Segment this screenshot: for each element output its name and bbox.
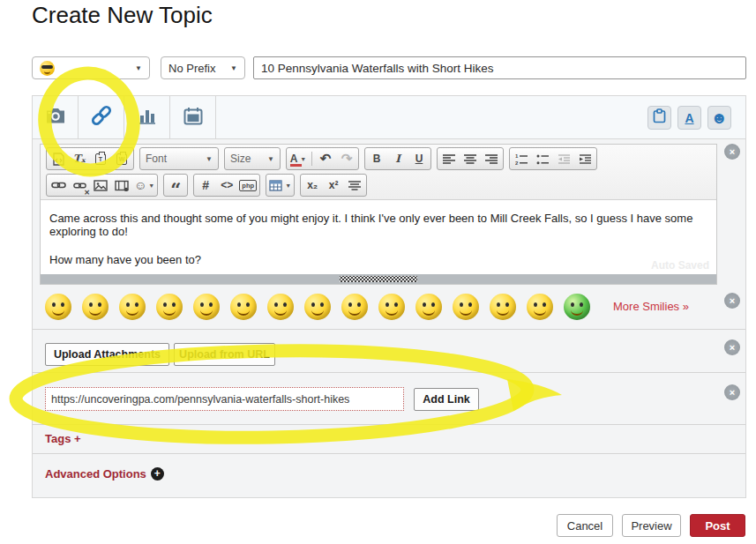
horizontal-rule-button[interactable] bbox=[344, 175, 365, 196]
paste-word-icon: W bbox=[116, 153, 127, 165]
smiley-item[interactable] bbox=[453, 294, 479, 320]
smiley-icon: ☻ bbox=[711, 109, 729, 126]
clipboard-icon bbox=[653, 108, 666, 127]
table-button[interactable]: ▼ bbox=[267, 175, 293, 196]
smilies-row: More Smilies » bbox=[33, 284, 745, 329]
resize-handle-icon bbox=[340, 276, 417, 282]
editor-toolbar: Tₓ T W Font ▼ bbox=[41, 145, 716, 200]
section-divider bbox=[33, 372, 745, 373]
close-editor-button[interactable]: × bbox=[724, 144, 740, 160]
link-tab[interactable] bbox=[79, 96, 124, 138]
link-icon bbox=[88, 104, 115, 130]
photo-tab[interactable] bbox=[33, 96, 79, 138]
bar-chart-icon bbox=[138, 108, 156, 128]
indent-button[interactable] bbox=[574, 149, 595, 169]
insert-image-button[interactable] bbox=[90, 175, 111, 196]
poll-tab[interactable] bbox=[124, 96, 170, 138]
redo-button: ↷ bbox=[336, 149, 357, 169]
smiley-item[interactable] bbox=[230, 294, 257, 320]
chevron-down-icon: ▼ bbox=[148, 183, 154, 189]
bold-button[interactable]: B bbox=[366, 149, 387, 169]
code-button[interactable]: <> bbox=[216, 175, 237, 196]
svg-text:1: 1 bbox=[515, 153, 519, 159]
composer-panel: A ☻ Tₓ T bbox=[32, 95, 746, 498]
smiley-item[interactable] bbox=[490, 294, 516, 320]
smiley-item[interactable] bbox=[304, 294, 331, 320]
topic-icon-select[interactable]: ▼ bbox=[32, 56, 150, 79]
font-color-button[interactable]: A bbox=[677, 106, 701, 130]
underline-button[interactable]: U bbox=[408, 149, 430, 169]
smiley-item[interactable] bbox=[341, 294, 368, 320]
prefix-select[interactable]: No Prefix ▼ bbox=[161, 56, 245, 79]
align-left-button[interactable] bbox=[438, 149, 460, 169]
numbered-list-button[interactable]: 12 bbox=[511, 149, 532, 169]
smiley-item[interactable] bbox=[193, 294, 220, 320]
toolbar-row-2: ✕ ☺ ▼ “ bbox=[43, 172, 714, 198]
smilies-toggle-button[interactable]: ☻ bbox=[707, 106, 731, 130]
smiley-item[interactable] bbox=[119, 294, 146, 320]
smiley-item[interactable] bbox=[156, 294, 183, 320]
insert-media-button[interactable] bbox=[111, 175, 132, 196]
align-right-button[interactable] bbox=[481, 149, 502, 169]
editor-side-buttons: A ☻ bbox=[647, 106, 731, 130]
cancel-button[interactable]: Cancel bbox=[557, 514, 613, 537]
add-link-button[interactable]: Add Link bbox=[414, 388, 479, 411]
tags-link[interactable]: Tags + bbox=[45, 432, 81, 445]
smiley-item[interactable] bbox=[527, 294, 553, 320]
font-family-select[interactable]: Font ▼ bbox=[141, 149, 217, 169]
smiley-item[interactable] bbox=[267, 294, 294, 320]
close-link-row-button[interactable]: × bbox=[724, 384, 740, 400]
upload-attachments-button[interactable]: Upload Attachments bbox=[45, 343, 169, 366]
prefix-select-value: No Prefix bbox=[168, 62, 215, 75]
paste-text-icon: T bbox=[95, 153, 106, 165]
preview-button[interactable]: Preview bbox=[622, 514, 681, 537]
paste-button[interactable] bbox=[647, 106, 671, 130]
event-tab[interactable] bbox=[170, 96, 216, 138]
close-attachments-button[interactable]: × bbox=[724, 339, 740, 355]
superscript-button[interactable]: x² bbox=[323, 175, 344, 196]
calendar-icon bbox=[183, 107, 203, 129]
smiley-item[interactable] bbox=[378, 294, 405, 320]
editor-smiley-button[interactable]: ☺ ▼ bbox=[132, 175, 156, 196]
insert-link-button[interactable] bbox=[48, 175, 69, 196]
advanced-options-link[interactable]: Advanced Options + bbox=[45, 467, 164, 481]
view-source-button[interactable] bbox=[48, 149, 69, 169]
more-smilies-link[interactable]: More Smilies » bbox=[613, 300, 689, 313]
rich-text-editor: Tₓ T W Font ▼ bbox=[40, 144, 717, 285]
link-url-input[interactable] bbox=[45, 387, 404, 411]
post-button[interactable]: Post bbox=[690, 514, 745, 537]
create-new-topic-page: Create New Topic ▼ No Prefix ▼ bbox=[0, 0, 756, 544]
smiley-icon: ☺ bbox=[134, 178, 146, 192]
italic-button[interactable]: I bbox=[387, 149, 408, 169]
editor-content-area[interactable]: Came across this and thought some of you… bbox=[41, 200, 716, 274]
paste-from-word-button[interactable]: W bbox=[111, 149, 132, 169]
outdent-button bbox=[553, 149, 574, 169]
smiley-item[interactable] bbox=[45, 294, 71, 320]
editor-resize-bar[interactable] bbox=[41, 274, 716, 284]
hash-button[interactable]: # bbox=[195, 175, 216, 196]
font-size-select[interactable]: Size ▼ bbox=[226, 149, 279, 169]
undo-button[interactable]: ↶ bbox=[315, 149, 336, 169]
section-divider bbox=[33, 424, 745, 425]
php-button[interactable]: php bbox=[237, 175, 258, 196]
subscript-button[interactable]: x₂ bbox=[302, 175, 323, 196]
align-center-button[interactable] bbox=[460, 149, 481, 169]
smiley-item[interactable] bbox=[564, 294, 590, 320]
bullet-list-button[interactable] bbox=[532, 149, 553, 169]
chevron-down-icon: ▼ bbox=[285, 183, 291, 189]
chevron-down-icon: ▼ bbox=[206, 155, 213, 163]
paste-as-text-button[interactable]: T bbox=[90, 149, 111, 169]
cool-smiley-icon bbox=[40, 61, 55, 76]
topic-title-input[interactable] bbox=[253, 56, 746, 79]
remove-link-button[interactable]: ✕ bbox=[69, 175, 90, 196]
upload-from-url-button[interactable]: Upload from URL bbox=[174, 343, 275, 366]
smiley-item[interactable] bbox=[415, 294, 442, 320]
remove-format-button[interactable]: Tₓ bbox=[69, 149, 90, 169]
section-divider bbox=[33, 453, 745, 454]
svg-text:2: 2 bbox=[515, 160, 519, 165]
blockquote-button[interactable]: “ bbox=[165, 175, 186, 196]
section-divider bbox=[33, 329, 745, 330]
text-color-button[interactable]: A ▼ bbox=[288, 149, 309, 169]
smiley-item[interactable] bbox=[82, 294, 109, 320]
chevron-down-icon: ▼ bbox=[267, 155, 274, 163]
